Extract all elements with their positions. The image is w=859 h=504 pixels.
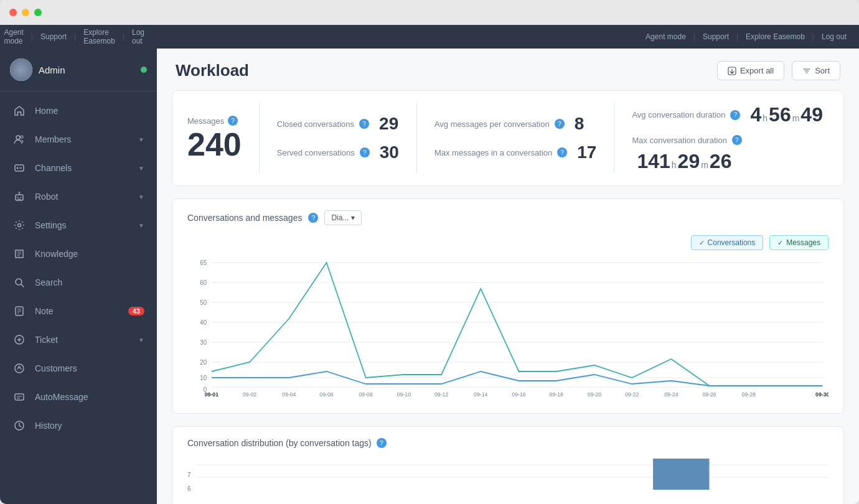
svg-text:20: 20 <box>200 359 207 366</box>
sidebar-item-automessage-label: AutoMessage <box>35 392 144 402</box>
max-duration-value: 141 h 29 m 26 <box>637 150 731 173</box>
sidebar-item-customers[interactable]: Customers <box>0 354 157 383</box>
messages-block: Messages ? 240 <box>187 103 260 173</box>
topbar-agent-mode[interactable]: Agent mode <box>4 28 24 45</box>
distribution-section: Conversation distribution (by conversati… <box>172 426 844 504</box>
svg-text:30: 30 <box>200 339 207 346</box>
logo-image <box>10 58 32 81</box>
svg-text:09-08: 09-08 <box>359 391 372 398</box>
topbar-support[interactable]: Support <box>40 32 67 41</box>
sidebar-nav: Home Members ▼ <box>0 91 157 504</box>
svg-text:09-18: 09-18 <box>550 391 563 398</box>
served-label: Served conversations <box>277 148 355 157</box>
minimize-dot[interactable] <box>22 9 29 16</box>
sidebar-item-search[interactable]: Search <box>0 268 157 297</box>
export-all-label: Export all <box>740 66 774 75</box>
svg-text:09-06: 09-06 <box>319 391 333 398</box>
svg-rect-14 <box>15 394 24 400</box>
avg-duration-help[interactable]: ? <box>730 110 740 120</box>
channels-icon <box>12 161 26 175</box>
closed-label: Closed conversations <box>277 119 354 129</box>
svg-point-3 <box>17 167 19 169</box>
avg-messages-label: Avg messages per conversation <box>434 119 550 129</box>
chart-help[interactable]: ? <box>308 213 318 223</box>
sidebar-item-note[interactable]: Note 43 <box>0 297 157 325</box>
sidebar-header: Admin <box>0 49 157 91</box>
avg-duration-label: Avg conversation duration <box>632 110 725 119</box>
dist-bar-chart <box>196 455 828 495</box>
served-value: 30 <box>380 142 399 162</box>
channels-arrow: ▼ <box>138 165 144 172</box>
messages-value: 240 <box>187 128 242 161</box>
automessage-icon <box>12 390 26 404</box>
messages-label: Messages <box>187 116 224 126</box>
close-dot[interactable] <box>9 9 17 16</box>
sort-button[interactable]: Sort <box>792 61 840 80</box>
dist-chart-area: 7 6 <box>187 455 828 495</box>
dist-title-label: Conversation distribution (by conversati… <box>187 438 372 448</box>
sidebar-item-members[interactable]: Members ▼ <box>0 125 157 154</box>
sidebar-item-knowledge[interactable]: Knowledge <box>0 240 157 268</box>
max-duration-label: Max conversation duration <box>632 136 726 145</box>
dist-title: Conversation distribution (by conversati… <box>187 438 828 448</box>
topbar-support-main[interactable]: Support <box>703 32 729 41</box>
page-header: Workload Export all <box>157 49 859 90</box>
avg-messages-value: 8 <box>575 114 584 134</box>
header-actions: Export all Sort <box>717 61 840 80</box>
sidebar-item-automessage[interactable]: AutoMessage <box>0 383 157 411</box>
export-all-button[interactable]: Export all <box>717 61 784 80</box>
messages-help[interactable]: ? <box>228 116 238 126</box>
sort-label: Sort <box>815 66 830 75</box>
sidebar-item-channels[interactable]: Channels ▼ <box>0 154 157 182</box>
knowledge-icon <box>12 247 26 261</box>
sidebar-item-history[interactable]: History <box>0 411 157 440</box>
dist-y-7: 7 <box>187 468 191 482</box>
topbar-explore[interactable]: Explore Easemob <box>83 28 115 45</box>
max-duration-help[interactable]: ? <box>732 135 742 145</box>
max-messages-value: 17 <box>577 142 596 162</box>
svg-text:09-26: 09-26 <box>702 391 716 398</box>
svg-text:40: 40 <box>200 319 207 326</box>
topbar-agent-mode-main[interactable]: Agent mode <box>645 32 686 41</box>
svg-text:09-14: 09-14 <box>474 391 487 398</box>
sidebar-item-settings[interactable]: Settings ▼ <box>0 211 157 240</box>
avg-messages-row: Avg messages per conversation ? 8 <box>434 114 596 134</box>
sidebar-user-name: Admin <box>39 65 134 75</box>
logo <box>10 58 32 81</box>
sidebar-item-knowledge-label: Knowledge <box>35 249 144 259</box>
svg-rect-4 <box>16 195 23 200</box>
online-indicator <box>141 67 147 73</box>
max-messages-help[interactable]: ? <box>557 147 567 157</box>
svg-point-0 <box>16 136 20 139</box>
dist-help[interactable]: ? <box>377 438 387 448</box>
chart-dropdown[interactable]: Dia... ▾ <box>324 210 362 225</box>
svg-text:09-10: 09-10 <box>397 391 411 398</box>
home-icon <box>12 104 26 118</box>
sidebar-item-settings-label: Settings <box>35 220 129 230</box>
closed-row: Closed conversations ? 29 <box>277 114 399 134</box>
legend-conversations[interactable]: ✓ Conversations <box>691 235 764 250</box>
svg-text:09-30: 09-30 <box>815 391 828 398</box>
closed-help[interactable]: ? <box>359 119 369 129</box>
sidebar: Agent mode | Support | Explore Easemob |… <box>0 25 157 504</box>
topbar-logout[interactable]: Log out <box>132 28 144 45</box>
legend-messages[interactable]: ✓ Messages <box>769 235 828 250</box>
avg-messages-help[interactable]: ? <box>555 119 565 129</box>
sidebar-item-robot[interactable]: Robot ▼ <box>0 182 157 211</box>
sidebar-item-home[interactable]: Home <box>0 96 157 125</box>
duration-block: Avg conversation duration ? 4 h 56 m 49 <box>614 103 828 173</box>
conversations-chart-section: Conversations and messages ? Dia... ▾ ✓ … <box>172 198 844 414</box>
served-help[interactable]: ? <box>360 147 370 157</box>
maximize-dot[interactable] <box>34 9 42 16</box>
topbar-logout-main[interactable]: Log out <box>822 32 847 41</box>
sidebar-item-customers-label: Customers <box>35 363 144 373</box>
sidebar-item-search-label: Search <box>35 278 144 287</box>
svg-text:09-02: 09-02 <box>243 391 256 398</box>
legend-messages-label: Messages <box>786 238 820 247</box>
sidebar-item-ticket[interactable]: Ticket ▼ <box>0 325 157 354</box>
dist-y-6: 6 <box>187 482 191 495</box>
main-content: Agent mode | Support | Explore Easemob |… <box>157 25 859 504</box>
sidebar-item-history-label: History <box>35 421 144 431</box>
sidebar-item-note-label: Note <box>35 306 120 316</box>
topbar-explore-main[interactable]: Explore Easemob <box>746 32 805 41</box>
